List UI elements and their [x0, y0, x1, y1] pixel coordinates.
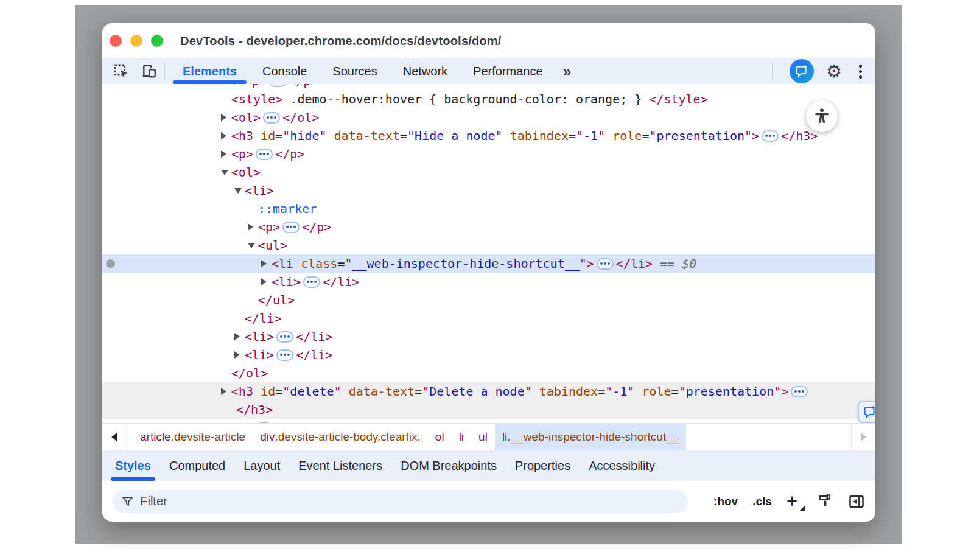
collapsed-arrow-icon[interactable] [234, 351, 240, 359]
dom-node-row[interactable]: <ol> [102, 163, 875, 181]
dom-node-row[interactable]: <h3 id="delete" data-text="Delete a node… [102, 382, 875, 401]
breadcrumb-item-li[interactable]: li.__web-inspector-hide-shortcut__ [495, 424, 686, 450]
crumb-scroll-left-button[interactable] [102, 424, 127, 450]
expand-ellipsis-button[interactable] [256, 149, 273, 160]
rendering-emulation-button[interactable] [817, 493, 833, 509]
tab-elements[interactable]: Elements [170, 58, 250, 84]
new-style-rule-button[interactable]: + [787, 492, 802, 511]
collapsed-arrow-icon[interactable] [221, 150, 226, 158]
expand-ellipsis-button[interactable] [597, 258, 614, 270]
expand-toggle[interactable] [221, 145, 231, 163]
element-classes-button[interactable]: .cls [752, 495, 772, 508]
expand-toggle[interactable] [248, 236, 258, 254]
sidebar-tab-dom-breakpoints[interactable]: DOM Breakpoints [391, 450, 506, 481]
expand-toggle[interactable] [221, 108, 231, 127]
dom-node-row[interactable]: <ol></ol> [102, 108, 875, 127]
ai-assistant-button[interactable] [790, 59, 814, 83]
dom-node-row[interactable]: </ol> [102, 364, 875, 382]
dom-node-row[interactable]: ::marker [102, 200, 875, 218]
settings-gear-icon[interactable]: ⚙ [826, 63, 842, 80]
accessibility-overlay-button[interactable] [806, 100, 838, 132]
dom-node-row[interactable]: <p></p> [102, 145, 875, 163]
breadcrumb-item-div[interactable]: div.devsite-article-body.clearfix. [253, 424, 428, 450]
dom-node-row[interactable]: <p></p> [102, 218, 875, 236]
expand-toggle[interactable] [234, 181, 245, 200]
styles-filter-input[interactable] [140, 494, 679, 508]
dom-node-row[interactable]: <li></li> [102, 346, 875, 364]
expand-ellipsis-button[interactable] [269, 84, 286, 87]
expand-toggle[interactable] [234, 327, 245, 346]
expand-ellipsis-button[interactable] [276, 331, 293, 343]
collapsed-arrow-icon[interactable] [261, 278, 267, 285]
inspect-element-icon[interactable] [111, 61, 131, 82]
dom-node-row[interactable]: <li></li> [102, 273, 875, 291]
tab-network[interactable]: Network [390, 58, 460, 84]
dom-node-row[interactable]: </h3> [102, 401, 875, 419]
expand-toggle[interactable] [234, 84, 245, 90]
sidebar-tab-event-listeners[interactable]: Event Listeners [289, 450, 391, 481]
tab-console[interactable]: Console [250, 58, 320, 84]
expanded-arrow-icon[interactable] [234, 188, 242, 194]
toggle-element-state-button[interactable]: :hov [713, 495, 738, 508]
collapsed-arrow-icon[interactable] [248, 223, 253, 231]
ai-assistant-icon [794, 64, 809, 79]
dom-node-row[interactable]: <style> .demo--hover:hover { background-… [102, 90, 875, 108]
expanded-arrow-icon[interactable] [221, 170, 228, 175]
breadcrumb-item-article[interactable]: article.devsite-article [133, 424, 253, 450]
collapsed-arrow-icon[interactable] [234, 84, 240, 85]
toggle-sidebar-icon[interactable] [848, 493, 865, 510]
dom-node-row[interactable]: </li> [102, 309, 875, 327]
styles-filter-field[interactable] [113, 490, 688, 513]
sidebar-tab-accessibility[interactable]: Accessibility [580, 450, 664, 481]
kebab-menu-icon[interactable] [854, 62, 867, 81]
expand-toggle[interactable] [248, 218, 258, 236]
expand-toggle[interactable] [221, 127, 231, 145]
collapsed-arrow-icon[interactable] [221, 132, 226, 139]
tab-performance[interactable]: Performance [460, 58, 556, 84]
dom-node-row[interactable]: <p></p> [102, 84, 875, 90]
zoom-window-button[interactable] [151, 35, 163, 47]
expand-toggle[interactable] [221, 163, 231, 181]
breadcrumb-item-ol[interactable]: ol [428, 424, 452, 450]
breadcrumb-item-li[interactable]: li [452, 424, 471, 450]
dom-node-row[interactable]: <li class="__web-inspector-hide-shortcut… [102, 254, 875, 273]
sidebar-tab-computed[interactable]: Computed [160, 450, 234, 481]
close-window-button[interactable] [110, 35, 122, 47]
sidebar-tab-layout[interactable]: Layout [234, 450, 289, 481]
dom-node-row[interactable]: </ul> [102, 291, 875, 309]
dom-node-row[interactable]: <h3 id="hide" data-text="Hide a node" ta… [102, 127, 875, 145]
collapsed-arrow-icon[interactable] [234, 333, 240, 340]
more-panels-icon[interactable]: » [556, 63, 578, 80]
expand-toggle[interactable] [221, 419, 231, 423]
expand-toggle[interactable] [221, 382, 231, 401]
sidebar-tab-styles[interactable]: Styles [106, 450, 160, 481]
breadcrumb-item-ul[interactable]: ul [471, 424, 495, 450]
dom-node-row[interactable]: <ul> [102, 236, 875, 254]
crumb-scroll-right-button[interactable] [851, 424, 875, 450]
dom-node-row[interactable]: <li> [102, 181, 875, 200]
sidebar-tab-properties[interactable]: Properties [506, 450, 580, 481]
device-toolbar-icon[interactable] [139, 61, 159, 82]
expand-ellipsis-button[interactable] [276, 349, 293, 361]
expand-ellipsis-button[interactable] [762, 130, 779, 142]
collapsed-arrow-icon[interactable] [261, 260, 267, 267]
expand-ellipsis-button[interactable] [282, 222, 300, 233]
dom-node-row[interactable]: <li></li> [102, 327, 875, 346]
elements-tree-pane[interactable]: <p></p><style> .demo--hover:hover { back… [102, 84, 875, 423]
expand-toggle[interactable] [261, 273, 272, 291]
expanded-arrow-icon[interactable] [248, 243, 255, 248]
minimize-window-button[interactable] [130, 35, 142, 47]
tab-sources[interactable]: Sources [320, 58, 390, 84]
expand-ellipsis-button[interactable] [263, 112, 280, 124]
expand-ellipsis-button[interactable] [791, 386, 808, 397]
dom-node-row[interactable]: <p></p> [102, 419, 875, 423]
collapsed-arrow-icon[interactable] [221, 388, 226, 395]
expand-ellipsis-button[interactable] [303, 276, 320, 288]
ai-hint-chip-button[interactable] [858, 401, 875, 423]
ai-hint-chip-icon [863, 405, 875, 419]
expand-toggle[interactable] [234, 346, 245, 364]
expand-ellipsis-button[interactable] [256, 422, 273, 424]
pseudo-element-marker: ::marker [258, 201, 317, 216]
expand-toggle[interactable] [261, 254, 272, 273]
collapsed-arrow-icon[interactable] [221, 114, 226, 121]
